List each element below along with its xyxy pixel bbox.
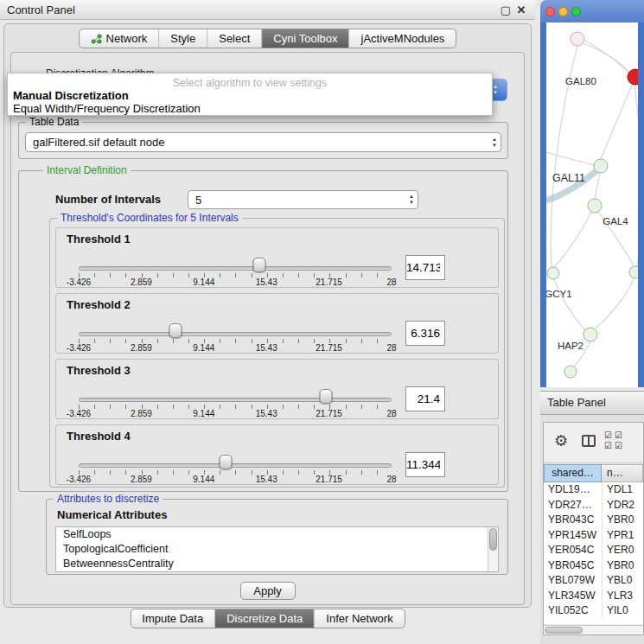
threshold-1-value-field[interactable]	[405, 255, 445, 280]
attributes-group-label: Attributes to discretize	[54, 493, 163, 505]
cell[interactable]: YDL1	[602, 482, 643, 498]
scrollbar-thumb[interactable]	[545, 627, 583, 634]
cell[interactable]: YDR2	[602, 498, 643, 513]
gear-icon[interactable]: ⚙	[554, 432, 568, 450]
scale-label: 2.859	[131, 475, 152, 484]
attributes-list[interactable]: SelfLoops TopologicalCoefficient Between…	[55, 526, 499, 572]
popup-option-manual-discretization[interactable]: Manual Discretization	[13, 89, 129, 102]
table-row[interactable]: YDR27…YDR2	[544, 498, 643, 513]
network-node-gcy1[interactable]	[547, 267, 559, 279]
list-item[interactable]: SelfLoops	[56, 527, 498, 542]
scale-label: 9.144	[193, 409, 214, 418]
select-columns-icon[interactable]: ☑☑ ☑☑	[604, 430, 627, 451]
cell[interactable]: YBR043C	[544, 513, 602, 528]
apply-button[interactable]: Apply	[240, 582, 296, 600]
network-node[interactable]	[594, 159, 608, 173]
cell[interactable]: YBL079W	[544, 573, 602, 589]
tab-style[interactable]: Style	[158, 29, 207, 48]
cell[interactable]: YPR1	[602, 528, 643, 544]
scale-label: 2.859	[131, 277, 152, 287]
tab-discretize-data[interactable]: Discretize Data	[214, 609, 314, 628]
zoom-traffic-light-icon[interactable]	[571, 7, 581, 16]
threshold-4-panel: Threshold 4 -3.426 2.859 9.144 15.43 21.…	[55, 424, 499, 485]
scale-label: 9.144	[193, 475, 214, 484]
table-row[interactable]: YBL079WYBL0	[544, 573, 643, 589]
columns-icon[interactable]	[582, 435, 596, 447]
cell[interactable]: YPR145W	[544, 528, 602, 544]
network-canvas[interactable]: GAL80 GAL11 GAL4 GCY1 HAP2	[546, 22, 638, 387]
network-node-gal4[interactable]	[588, 199, 602, 213]
network-node[interactable]	[564, 366, 577, 378]
column-header-shared-name[interactable]: shared…	[544, 464, 602, 482]
cell[interactable]: YBL0	[602, 573, 643, 589]
threshold-2-slider[interactable]: -3.426 2.859 9.144 15.43 21.715 28	[79, 294, 392, 354]
threshold-3-slider[interactable]: -3.426 2.859 9.144 15.43 21.715 28	[79, 360, 392, 420]
network-node-hap2[interactable]	[583, 328, 597, 341]
table-data-select[interactable]: galFiltered.sif default node ▲▼	[25, 132, 501, 152]
close-icon[interactable]: ✕	[515, 3, 527, 16]
slider-track[interactable]	[79, 463, 392, 468]
close-traffic-light-icon[interactable]	[545, 7, 555, 16]
attributes-scrollbar[interactable]	[488, 527, 498, 571]
float-window-icon[interactable]: ▢	[500, 3, 512, 16]
slider-thumb[interactable]	[220, 455, 233, 469]
threshold-1-panel: Threshold 1 -3.426 2.859 9.144 15.43 21.…	[55, 227, 499, 288]
table-row[interactable]: YBR043CYBR0	[544, 513, 643, 528]
slider-thumb[interactable]	[252, 258, 265, 272]
horizontal-scrollbar[interactable]	[544, 625, 643, 634]
tab-style-label: Style	[170, 29, 195, 48]
table-row[interactable]: YER054CYER0	[544, 543, 643, 558]
table-row[interactable]: YDL19…YDL1	[544, 482, 643, 498]
cell[interactable]: YBR0	[602, 558, 643, 574]
table-row[interactable]: YPR145WYPR1	[544, 528, 643, 544]
list-item[interactable]: TopologicalCoefficient	[56, 542, 498, 557]
tab-infer-network[interactable]: Infer Network	[314, 609, 404, 628]
cell[interactable]: YDR27…	[544, 498, 602, 513]
table-row[interactable]: YLR345WYLR3	[544, 589, 643, 604]
scale-label: 28	[386, 343, 396, 353]
threshold-2-value-field[interactable]	[405, 321, 445, 346]
table-row[interactable]: YIL052CYIL0	[544, 603, 643, 619]
threshold-4-value-field[interactable]	[405, 452, 445, 477]
interval-definition-group: Interval Definition Number of Intervals …	[18, 170, 508, 492]
popup-option-equal-width[interactable]: Equal Width/Frequency Discretization	[13, 102, 201, 115]
table-data-group: Table Data galFiltered.sif default node …	[18, 122, 508, 159]
cell[interactable]: YIL052C	[544, 603, 602, 619]
network-node[interactable]	[629, 266, 638, 278]
tab-select[interactable]: Select	[207, 29, 261, 48]
network-node[interactable]	[571, 32, 584, 46]
slider-track[interactable]	[79, 266, 392, 271]
threshold-1-slider[interactable]: -3.426 2.859 9.144 15.43 21.715 28	[79, 228, 392, 289]
number-of-intervals-select[interactable]: 5 ▲▼	[188, 190, 418, 209]
bottom-tab-bar: Impute Data Discretize Data Infer Networ…	[130, 609, 405, 628]
table-header-row: shared… n…	[544, 464, 643, 482]
selected-red-node[interactable]	[628, 69, 638, 85]
tab-cyni-toolbox[interactable]: Cyni Toolbox	[261, 29, 348, 48]
threshold-3-value-field[interactable]	[405, 386, 445, 411]
list-item[interactable]: BetweennessCentrality	[56, 557, 498, 571]
slider-thumb[interactable]	[169, 323, 182, 338]
scrollbar-thumb[interactable]	[489, 528, 497, 551]
column-header-name[interactable]: n…	[602, 464, 643, 482]
tab-impute-data[interactable]: Impute Data	[131, 609, 214, 628]
threshold-4-slider[interactable]: -3.426 2.859 9.144 15.43 21.715 28	[79, 425, 392, 486]
cell[interactable]: YER0	[602, 543, 643, 558]
tab-jactivemodules[interactable]: jActiveMNodules	[349, 29, 456, 48]
cell[interactable]: YDL19…	[544, 482, 602, 498]
cell[interactable]: YBR045C	[544, 558, 602, 574]
cell[interactable]: YLR345W	[544, 589, 602, 604]
network-graph: GAL80 GAL11 GAL4 GCY1 HAP2	[546, 22, 638, 387]
cell[interactable]: YBR0	[602, 513, 643, 528]
slider-thumb[interactable]	[319, 389, 332, 404]
scale-label: 21.715	[316, 475, 342, 484]
slider-track[interactable]	[79, 332, 392, 336]
cell[interactable]: YLR3	[602, 589, 643, 604]
slider-track[interactable]	[79, 398, 392, 402]
tab-jactive-label: jActiveMNodules	[361, 29, 445, 48]
scale-label: 2.859	[131, 343, 152, 353]
minimize-traffic-light-icon[interactable]	[558, 7, 568, 16]
cell[interactable]: YER054C	[544, 543, 602, 558]
tab-network[interactable]: Network	[80, 29, 159, 48]
cell[interactable]: YIL0	[602, 603, 643, 619]
table-row[interactable]: YBR045CYBR0	[544, 558, 643, 574]
